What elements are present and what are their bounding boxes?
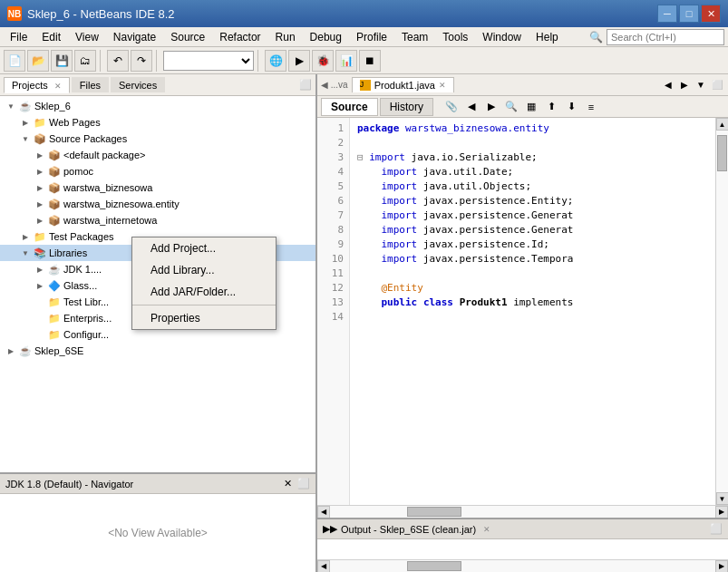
toolbar-run[interactable]: ▶ <box>288 50 310 72</box>
scroll-track[interactable] <box>716 131 728 492</box>
tab-projects[interactable]: Projects ✕ <box>4 77 70 93</box>
toolbar-redo[interactable]: ↷ <box>131 50 152 72</box>
toolbar-next-error[interactable]: ⬇ <box>562 98 580 116</box>
hscroll-track[interactable] <box>330 506 715 518</box>
toolbar-undo[interactable]: ↶ <box>107 50 129 72</box>
tab-projects-close[interactable]: ✕ <box>54 82 62 91</box>
menu-debug[interactable]: Debug <box>304 28 348 46</box>
code-line-3: ⊟ import java.io.Serializable; <box>357 150 708 165</box>
output-hscroll-left[interactable]: ◀ <box>317 560 330 573</box>
toolbar-fwd[interactable]: ▶ <box>482 98 500 116</box>
expander-sourcepackages[interactable]: ▼ <box>18 131 33 146</box>
expander-defaultpkg[interactable]: ▶ <box>33 148 47 162</box>
toolbar-debug[interactable]: 🐞 <box>312 50 334 72</box>
ctx-properties[interactable]: Properties <box>132 307 276 329</box>
output-hscroll-track[interactable] <box>330 560 715 572</box>
expander-pomoc[interactable]: ▶ <box>33 164 47 179</box>
toolbar-new[interactable]: 📄 <box>4 50 25 72</box>
toolbar-stop[interactable]: ⏹ <box>359 50 381 72</box>
tab-services[interactable]: Services <box>111 77 165 92</box>
expander-webpages[interactable]: ▶ <box>18 115 33 130</box>
editor-tab-menu[interactable]: ▼ <box>694 78 708 92</box>
menu-refactor[interactable]: Refactor <box>213 28 267 46</box>
expander-warstwa-int[interactable]: ▶ <box>33 213 47 228</box>
navigator-minimize[interactable]: ⬜ <box>297 478 310 490</box>
project-tree[interactable]: ▼ ☕ Sklep_6 ▶ 📁 Web Pages ▼ 📦 Source Pac… <box>0 96 315 472</box>
expander-warstwa-biz[interactable]: ▶ <box>33 180 47 195</box>
editor-tab-scroll-left[interactable]: ◀ <box>661 78 675 92</box>
scroll-up-arrow[interactable]: ▲ <box>716 118 729 131</box>
scroll-thumb[interactable] <box>717 135 727 171</box>
menu-navigate[interactable]: Navigate <box>107 28 162 46</box>
editor-tab-scroll-right[interactable]: ▶ <box>677 78 692 92</box>
toolbar-save-all[interactable]: 🗂 <box>74 50 96 72</box>
output-minimize[interactable]: ⬜ <box>710 523 723 535</box>
expander-libraries[interactable]: ▼ <box>18 246 33 260</box>
tree-item-warstwa-biz[interactable]: ▶ 📦 warstwa_biznesowa <box>0 179 315 196</box>
editor-tab-produkt1[interactable]: J Produkt1.java ✕ <box>352 77 454 92</box>
hscroll-right-arrow[interactable]: ▶ <box>715 506 728 519</box>
panel-minimize[interactable]: ⬜ <box>299 79 312 91</box>
tree-item-sourcepackages[interactable]: ▼ 📦 Source Packages <box>0 131 315 147</box>
menu-edit[interactable]: Edit <box>35 28 67 46</box>
toolbar-profile[interactable]: 📊 <box>335 50 357 72</box>
code-content[interactable]: package warstwa_biznesowa.entity ⊟ impor… <box>350 118 715 505</box>
editor-vertical-scrollbar[interactable]: ▲ ▼ <box>715 118 728 505</box>
editor-tabs-scroll-left[interactable]: ◀ ...va <box>321 80 348 90</box>
tab-files[interactable]: Files <box>72 77 109 92</box>
menu-view[interactable]: View <box>69 28 105 46</box>
toolbar-search-code[interactable]: 🔍 <box>502 98 520 116</box>
toolbar-browser[interactable]: 🌐 <box>265 50 286 72</box>
code-editor[interactable]: 1 2 3 4 5 6 7 8 9 10 11 12 13 14 package… <box>317 118 728 505</box>
menu-file[interactable]: File <box>4 28 34 46</box>
close-button[interactable]: ✕ <box>701 5 721 23</box>
ctx-add-project[interactable]: Add Project... <box>132 238 276 259</box>
editor-horizontal-scrollbar[interactable]: ◀ ▶ <box>317 505 728 518</box>
menu-tools[interactable]: Tools <box>436 28 474 46</box>
toolbar-toggle-bookmark[interactable]: 📎 <box>442 98 461 116</box>
expander-sklep6[interactable]: ▼ <box>4 99 18 113</box>
tree-item-warstwa-biz-entity[interactable]: ▶ 📦 warstwa_biznesowa.entity <box>0 196 315 212</box>
toolbar-options[interactable]: ≡ <box>582 98 600 116</box>
tree-item-sklep6se[interactable]: ▶ ☕ Sklep_6SE <box>0 343 315 359</box>
tree-item-webpages[interactable]: ▶ 📁 Web Pages <box>0 114 315 131</box>
scroll-down-arrow[interactable]: ▼ <box>716 492 729 505</box>
toolbar-back[interactable]: ◀ <box>462 98 480 116</box>
search-input[interactable] <box>607 29 724 45</box>
toolbar-prev-error[interactable]: ⬆ <box>542 98 560 116</box>
tree-item-sklep6[interactable]: ▼ ☕ Sklep_6 <box>0 98 315 114</box>
tree-item-warstwa-int[interactable]: ▶ 📦 warstwa_internetowa <box>0 212 315 228</box>
toolbar-save[interactable]: 💾 <box>51 50 73 72</box>
ctx-add-library[interactable]: Add Library... <box>132 259 276 281</box>
editor-tab-produkt1-close[interactable]: ✕ <box>439 81 446 90</box>
toolbar-toggle-fold[interactable]: ▦ <box>522 98 540 116</box>
hscroll-left-arrow[interactable]: ◀ <box>317 506 330 519</box>
menu-help[interactable]: Help <box>529 28 565 46</box>
tree-item-defaultpkg[interactable]: ▶ 📦 <default package> <box>0 147 315 163</box>
menu-run[interactable]: Run <box>269 28 302 46</box>
expander-sklep6se[interactable]: ▶ <box>4 344 18 358</box>
tab-history[interactable]: History <box>380 98 433 116</box>
menu-team[interactable]: Team <box>395 28 434 46</box>
hscroll-thumb[interactable] <box>407 507 461 517</box>
output-horizontal-scrollbar[interactable]: ◀ ▶ <box>317 559 728 572</box>
expander-jdk[interactable]: ▶ <box>33 262 47 276</box>
menu-source[interactable]: Source <box>164 28 211 46</box>
tree-item-pomoc[interactable]: ▶ 📦 pomoc <box>0 163 315 179</box>
expander-warstwa-biz-entity[interactable]: ▶ <box>33 197 47 211</box>
navigator-close[interactable]: ✕ <box>284 478 292 490</box>
minimize-button[interactable]: ─ <box>657 5 677 23</box>
editor-maximize[interactable]: ⬜ <box>710 78 724 92</box>
expander-glassfish[interactable]: ▶ <box>33 278 47 293</box>
tab-source[interactable]: Source <box>321 98 378 116</box>
expander-testpackages[interactable]: ▶ <box>18 229 33 244</box>
output-hscroll-thumb[interactable] <box>407 561 461 571</box>
ctx-add-jar[interactable]: Add JAR/Folder... <box>132 281 276 303</box>
menu-profile[interactable]: Profile <box>350 28 393 46</box>
toolbar-open[interactable]: 📂 <box>27 50 49 72</box>
toolbar-dropdown[interactable] <box>163 51 254 71</box>
output-close[interactable]: ✕ <box>483 525 490 534</box>
maximize-button[interactable]: □ <box>679 5 699 23</box>
menu-window[interactable]: Window <box>476 28 528 46</box>
output-hscroll-right[interactable]: ▶ <box>715 560 728 573</box>
